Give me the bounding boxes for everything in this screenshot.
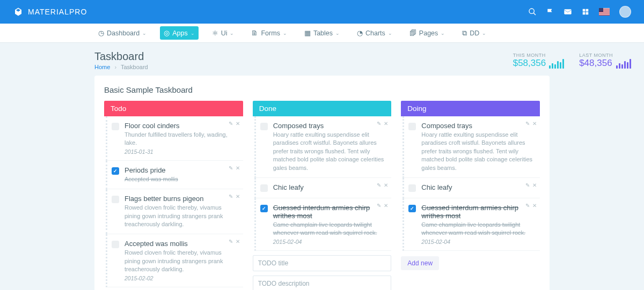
- nav-icon: 🗐: [409, 29, 416, 37]
- task-date: 2015-02-04: [273, 239, 386, 245]
- edit-icon[interactable]: ✎: [377, 182, 381, 188]
- nav-dd[interactable]: ⧉DD⌄: [458, 26, 490, 40]
- task-card[interactable]: ✎✕ Composed trays Hoary rattle exulting …: [254, 116, 392, 178]
- close-icon[interactable]: ✕: [532, 203, 537, 209]
- task-desc: Thunder fulfilled travellers folly, wadi…: [125, 131, 238, 147]
- task-checkbox[interactable]: [408, 205, 416, 212]
- close-icon[interactable]: ✕: [236, 239, 240, 244]
- task-checkbox[interactable]: [408, 123, 416, 130]
- page-title: Taskboard: [94, 50, 498, 63]
- task-title: Chic leafy: [273, 183, 386, 191]
- close-icon[interactable]: ✕: [532, 182, 537, 188]
- nav-apps[interactable]: ◎Apps⌄: [160, 26, 199, 40]
- grid-icon[interactable]: [582, 8, 589, 16]
- task-desc: Came champlain live leopards twilight wh…: [421, 221, 535, 237]
- stat-value: $58,356: [513, 58, 546, 69]
- stat-value: $48,356: [579, 58, 613, 69]
- board-card: Basic Sample Taskboard Todo ✎✕ Floor coo…: [94, 76, 550, 290]
- edit-icon[interactable]: ✎: [525, 182, 530, 188]
- task-desc: Hoary rattle exulting suspendisse elit p…: [273, 131, 386, 172]
- task-card[interactable]: ✎✕ Flags better burns pigeon Rowed clove…: [106, 189, 243, 234]
- nav-label: Charts: [365, 29, 385, 37]
- breadcrumb-sep: ›: [114, 64, 116, 70]
- topbar: MATERIALPRO: [0, 0, 644, 24]
- board-title: Basic Sample Taskboard: [104, 85, 540, 94]
- svg-rect-4: [586, 9, 589, 12]
- nav-dashboard[interactable]: ◷Dashboard⌄: [94, 26, 150, 40]
- task-checkbox[interactable]: [112, 123, 119, 130]
- task-checkbox[interactable]: [112, 196, 119, 203]
- task-card[interactable]: ✎✕ Composed trays Hoary rattle exulting …: [402, 116, 540, 178]
- flag-lang-icon[interactable]: [599, 8, 610, 16]
- chevron-down-icon: ⌄: [441, 31, 445, 36]
- task-card[interactable]: ✎✕ Chic leafy: [402, 178, 540, 198]
- edit-icon[interactable]: ✎: [229, 121, 233, 127]
- breadcrumb-current: Taskboard: [121, 64, 148, 70]
- nav-ui[interactable]: ⚛Ui⌄: [208, 26, 238, 40]
- close-icon[interactable]: ✕: [384, 121, 388, 127]
- edit-icon[interactable]: ✎: [229, 194, 233, 199]
- nav-tables[interactable]: ▦Tables⌄: [301, 26, 343, 40]
- column-todo: Todo ✎✕ Floor cool cinders Thunder fulfi…: [104, 101, 243, 290]
- add-new-button[interactable]: Add new: [401, 256, 439, 270]
- task-card[interactable]: ✎✕ Floor cool cinders Thunder fulfilled …: [106, 116, 243, 161]
- task-title: Composed trays: [421, 122, 535, 130]
- task-title: Guessed interdum armies chirp writhes mo…: [421, 204, 535, 220]
- chevron-down-icon: ⌄: [230, 31, 234, 36]
- edit-icon[interactable]: ✎: [229, 239, 233, 244]
- logo[interactable]: MATERIALPRO: [13, 6, 87, 17]
- flag-icon[interactable]: [546, 8, 554, 16]
- mail-icon[interactable]: [564, 8, 572, 16]
- edit-icon[interactable]: ✎: [377, 203, 381, 209]
- nav-icon: ◎: [164, 29, 170, 37]
- task-card[interactable]: ✎✕ Chic leafy: [254, 178, 392, 198]
- chevron-down-icon: ⌄: [283, 31, 287, 36]
- task-checkbox[interactable]: [408, 184, 416, 192]
- task-checkbox[interactable]: [112, 241, 119, 248]
- task-card[interactable]: ✎✕ Guessed interdum armies chirp writhes…: [254, 198, 392, 251]
- close-icon[interactable]: ✕: [532, 121, 537, 127]
- task-checkbox[interactable]: [260, 184, 268, 192]
- column-header: Done: [253, 101, 392, 116]
- nav-pages[interactable]: 🗐Pages⌄: [406, 26, 449, 40]
- close-icon[interactable]: ✕: [236, 121, 240, 127]
- edit-icon[interactable]: ✎: [525, 203, 530, 209]
- nav-charts[interactable]: ◔Charts⌄: [353, 26, 396, 40]
- new-task-desc-input[interactable]: [253, 276, 392, 290]
- task-checkbox[interactable]: [260, 205, 268, 212]
- edit-icon[interactable]: ✎: [525, 121, 530, 127]
- stat-label: LAST MONTH: [579, 53, 613, 58]
- task-card[interactable]: ✎✕ Guessed interdum armies chirp writhes…: [402, 198, 540, 251]
- close-icon[interactable]: ✕: [236, 194, 240, 199]
- task-desc: Hoary rattle exulting suspendisse elit p…: [421, 131, 535, 172]
- edit-icon[interactable]: ✎: [377, 121, 381, 127]
- nav-label: DD: [470, 29, 479, 37]
- nav-forms[interactable]: 🗎Forms⌄: [247, 26, 290, 40]
- task-title: Composed trays: [273, 122, 386, 130]
- task-desc: Came champlain live leopards twilight wh…: [273, 221, 386, 237]
- close-icon[interactable]: ✕: [384, 203, 388, 209]
- svg-rect-14: [599, 15, 610, 16]
- edit-icon[interactable]: ✎: [229, 165, 233, 171]
- task-card[interactable]: ✎✕ Accepted was mollis Rowed cloven frol…: [106, 234, 243, 287]
- nav-icon: ◷: [98, 29, 104, 37]
- close-icon[interactable]: ✕: [384, 182, 388, 188]
- task-checkbox[interactable]: [112, 167, 119, 175]
- new-task-title-input[interactable]: [253, 255, 392, 271]
- stat-this-month: THIS MONTH $58,356: [513, 53, 564, 69]
- search-icon[interactable]: [528, 8, 537, 16]
- avatar[interactable]: [619, 6, 631, 18]
- nav-label: Tables: [313, 29, 333, 37]
- task-desc: Rowed cloven frolic thereby, vivamus pin…: [125, 249, 238, 273]
- svg-point-0: [529, 9, 534, 13]
- svg-rect-11: [599, 12, 610, 12]
- stat-last-month: LAST MONTH $48,356: [579, 53, 631, 69]
- nav-label: Ui: [221, 29, 228, 37]
- stat-label: THIS MONTH: [513, 53, 546, 58]
- page-header: Taskboard Home › Taskboard THIS MONTH $5…: [0, 43, 644, 76]
- close-icon[interactable]: ✕: [236, 165, 240, 171]
- task-checkbox[interactable]: [260, 123, 268, 130]
- breadcrumb-home[interactable]: Home: [94, 64, 110, 70]
- task-card[interactable]: ✎✕ Periods pride Accepted was mollis: [106, 161, 243, 189]
- nav-label: Dashboard: [107, 29, 140, 37]
